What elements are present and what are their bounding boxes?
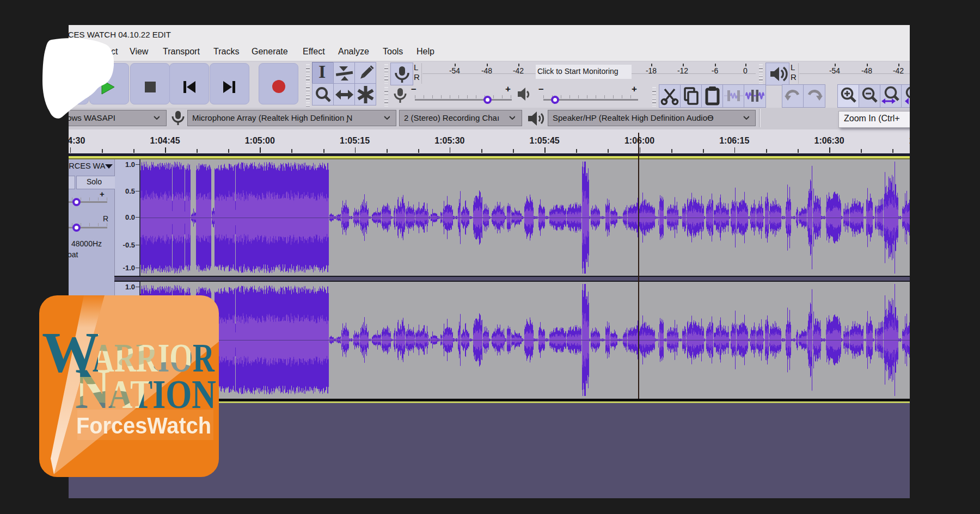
- svg-text:N: N: [75, 357, 110, 420]
- svg-text:ATION: ATION: [108, 372, 216, 417]
- svg-text:ForcesWatch: ForcesWatch: [76, 413, 211, 438]
